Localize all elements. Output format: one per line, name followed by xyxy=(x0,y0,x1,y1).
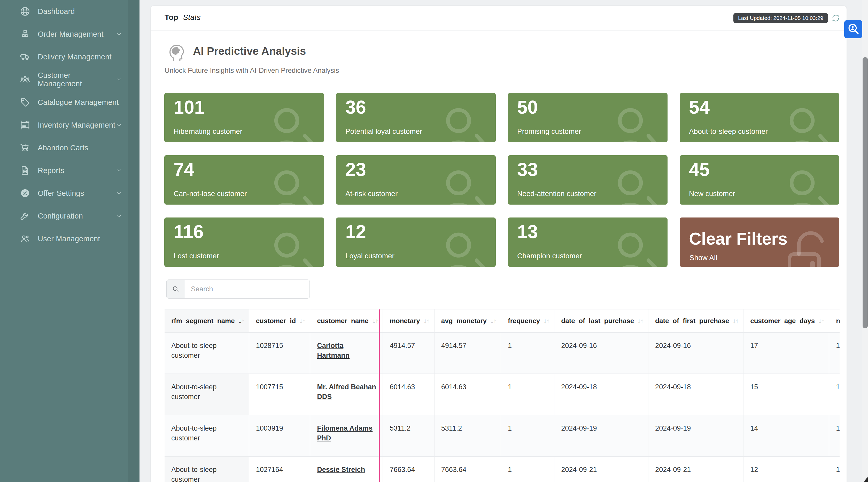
segment-count: 116 xyxy=(174,222,204,242)
column-label: date_of_last_purchase xyxy=(561,317,634,325)
sidebar-item[interactable]: Configuration xyxy=(0,204,140,227)
column-label: customer_name xyxy=(317,317,368,325)
sort-up-icon[interactable]: ↑ xyxy=(493,317,496,325)
cell-date_of_last_purchase: 2024-09-18 xyxy=(554,374,648,415)
sort-down-icon[interactable]: ↓ xyxy=(733,317,736,325)
person-search-watermark-icon xyxy=(250,96,318,142)
cell-customer_name: Dessie Streich xyxy=(310,456,382,482)
sort-icons[interactable]: ↓↑ xyxy=(424,317,429,325)
segment-count: 54 xyxy=(689,97,710,118)
sort-up-icon[interactable]: ↑ xyxy=(547,317,549,325)
page-scrollbar-thumb[interactable] xyxy=(863,57,868,328)
segment-card[interactable]: 74 Can-not-lose customer xyxy=(164,155,324,204)
segment-card[interactable]: 36 Potential loyal customer xyxy=(336,93,496,142)
clear-filters-button[interactable]: Clear Filters Show All xyxy=(680,218,839,267)
panel-header: Top Stats Last Updated: 2024-11-05 10:03… xyxy=(151,6,846,31)
segment-card[interactable]: 54 About-to-sleep customer xyxy=(680,93,839,142)
sort-down-icon[interactable]: ↓ xyxy=(424,317,427,325)
cell-date_of_last_purchase: 2024-09-19 xyxy=(554,415,648,456)
sidebar-item[interactable]: Abandon Carts xyxy=(0,136,140,159)
sort-up-icon[interactable]: ↑ xyxy=(736,317,738,325)
sort-down-icon[interactable]: ↓ xyxy=(638,317,641,325)
segment-card[interactable]: 33 Need-attention customer xyxy=(508,155,668,204)
refresh-icon[interactable] xyxy=(831,13,840,23)
segment-label: Need-attention customer xyxy=(517,190,596,198)
column-header-date_of_last_purchase[interactable]: date_of_last_purchase↓↑ xyxy=(554,310,648,332)
column-header-frequency[interactable]: frequency↓↑ xyxy=(501,310,554,332)
sort-icons[interactable]: ↓↑ xyxy=(372,317,378,325)
segment-card[interactable]: 13 Champion customer xyxy=(508,218,668,267)
sidebar-item[interactable]: Offer Settings xyxy=(0,182,140,204)
column-label: avg_monetary xyxy=(441,317,487,325)
customer-finder-button[interactable] xyxy=(844,20,862,38)
column-header-customer_id[interactable]: customer_id↓↑ xyxy=(249,310,310,332)
segment-card[interactable]: 116 Lost customer xyxy=(164,218,324,267)
segment-card[interactable]: 45 New customer xyxy=(680,155,839,204)
sort-down-icon[interactable]: ↓ xyxy=(372,317,375,325)
sidebar-item[interactable]: Inventory Management xyxy=(0,114,140,136)
column-label: customer_id xyxy=(256,317,296,325)
segment-card[interactable]: 12 Loyal customer xyxy=(336,218,496,267)
table-row: About-to-sleep customer1003919Filomena A… xyxy=(164,415,840,456)
sort-icons[interactable]: ↓↑ xyxy=(544,317,549,325)
column-header-rfm_segment_name[interactable]: rfm_segment_name↓↑ xyxy=(164,310,249,332)
sidebar-item-label: Abandon Carts xyxy=(38,143,88,152)
person-search-watermark-icon xyxy=(421,96,490,142)
column-label: rfm_segment_name xyxy=(171,317,235,325)
column-header-customer_name[interactable]: customer_name↓↑ xyxy=(310,310,382,332)
page-title: Top Stats xyxy=(164,13,200,22)
sort-up-icon[interactable]: ↑ xyxy=(641,317,643,325)
cell-rfm_segment_name: About-to-sleep customer xyxy=(164,374,249,415)
search-input[interactable] xyxy=(185,280,309,298)
sort-icons[interactable]: ↓↑ xyxy=(490,317,496,325)
sort-icons[interactable]: ↓↑ xyxy=(638,317,643,325)
sidebar-item[interactable]: User Management xyxy=(0,227,140,250)
cell-avg_monetary: 5311.2 xyxy=(434,415,501,456)
sidebar-item[interactable]: Customer Management xyxy=(0,68,140,91)
column-label: date_of_first_purchase xyxy=(655,317,729,325)
sort-down-icon[interactable]: ↓ xyxy=(300,317,302,325)
cell-customer_age_days: 17 xyxy=(743,332,829,374)
sort-down-icon[interactable]: ↓ xyxy=(544,317,547,325)
segment-card[interactable]: 23 At-risk customer xyxy=(336,155,496,204)
sort-down-icon[interactable]: ↓ xyxy=(818,317,821,325)
sort-down-icon[interactable]: ↓ xyxy=(239,317,241,325)
sort-icons[interactable]: ↓↑ xyxy=(733,317,738,325)
sort-icons[interactable]: ↓↑ xyxy=(239,317,244,325)
sort-down-icon[interactable]: ↓ xyxy=(490,317,493,325)
sidebar-item[interactable]: Order Management xyxy=(0,23,140,45)
sidebar-item[interactable]: Dashboard xyxy=(0,0,140,23)
column-header-avg_monetary[interactable]: avg_monetary↓↑ xyxy=(434,310,501,332)
segment-label: Potential loyal customer xyxy=(345,127,422,136)
sort-up-icon[interactable]: ↑ xyxy=(302,317,305,325)
sidebar-scroll-track[interactable] xyxy=(128,0,140,482)
segment-card[interactable]: 50 Promising customer xyxy=(508,93,668,142)
segment-card[interactable]: 101 Hibernating customer xyxy=(164,93,324,142)
column-header-customer_age_days[interactable]: customer_age_days↓↑ xyxy=(743,310,829,332)
segment-label: At-risk customer xyxy=(345,190,398,198)
sort-up-icon[interactable]: ↑ xyxy=(375,317,378,325)
segment-count: 33 xyxy=(517,159,538,180)
column-header-monetary[interactable]: monetary↓↑ xyxy=(383,310,434,332)
column-header-date_of_first_purchase[interactable]: date_of_first_purchase↓↑ xyxy=(648,310,743,332)
cell-customer_name: Filomena Adams PhD xyxy=(310,415,382,456)
page-scrollbar[interactable] xyxy=(862,0,868,482)
customer-name-link[interactable]: Dessie Streich xyxy=(317,466,365,474)
sort-up-icon[interactable]: ↑ xyxy=(427,317,429,325)
pinned-column-divider[interactable] xyxy=(379,310,380,482)
sort-icons[interactable]: ↓↑ xyxy=(818,317,824,325)
sort-up-icon[interactable]: ↑ xyxy=(241,317,244,325)
column-header-recency[interactable]: recency↓↑ xyxy=(829,310,840,332)
customer-name-link[interactable]: Carlotta Hartmann xyxy=(317,342,349,359)
sort-icons[interactable]: ↓↑ xyxy=(300,317,305,325)
sort-up-icon[interactable]: ↑ xyxy=(821,317,824,325)
customer-name-link[interactable]: Mr. Alfred Beahan DDS xyxy=(317,383,376,400)
cell-customer_id: 1028715 xyxy=(249,332,310,374)
cell-customer_age_days: 12 xyxy=(743,456,829,482)
sidebar-item[interactable]: Delivery Management xyxy=(0,45,140,68)
sidebar-item[interactable]: Reports xyxy=(0,159,140,182)
report-icon xyxy=(20,165,30,176)
sidebar-nav: Dashboard Order Management Delivery Mana… xyxy=(0,0,140,250)
customer-name-link[interactable]: Filomena Adams PhD xyxy=(317,424,373,442)
sidebar-item[interactable]: Catalogue Management xyxy=(0,91,140,114)
